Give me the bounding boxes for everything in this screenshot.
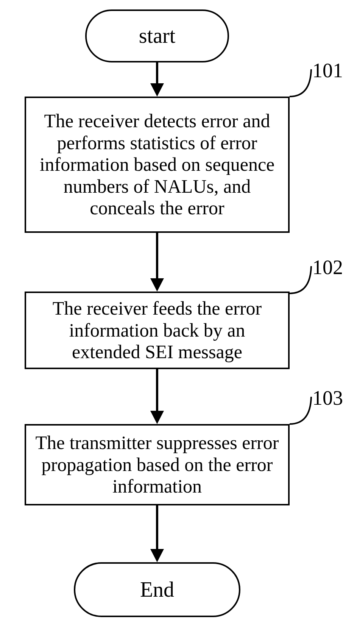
flow-step-103-text: The transmitter suppresses error propaga…: [34, 432, 280, 497]
label-101: 101: [312, 59, 343, 82]
flow-step-103: The transmitter suppresses error propaga…: [25, 424, 290, 505]
flow-step-102: The receiver feeds the error information…: [25, 292, 290, 369]
arrow-103-to-end: [153, 505, 161, 562]
flow-end-terminal: End: [74, 562, 240, 617]
flow-step-101: The receiver detects error and performs …: [25, 97, 290, 233]
label-103: 103: [312, 386, 343, 410]
arrow-101-to-102: [153, 233, 161, 292]
flow-start-terminal: start: [85, 9, 229, 62]
flow-step-102-text: The receiver feeds the error information…: [34, 298, 280, 363]
arrow-102-to-103: [153, 369, 161, 424]
svg-marker-7: [150, 549, 164, 562]
svg-marker-5: [150, 411, 164, 424]
label-102: 102: [312, 256, 343, 279]
arrow-start-to-101: [153, 62, 161, 97]
flow-start-text: start: [139, 24, 175, 48]
svg-marker-3: [150, 278, 164, 292]
svg-marker-1: [150, 83, 164, 97]
flow-end-text: End: [140, 578, 174, 602]
flow-step-101-text: The receiver detects error and performs …: [34, 110, 280, 219]
